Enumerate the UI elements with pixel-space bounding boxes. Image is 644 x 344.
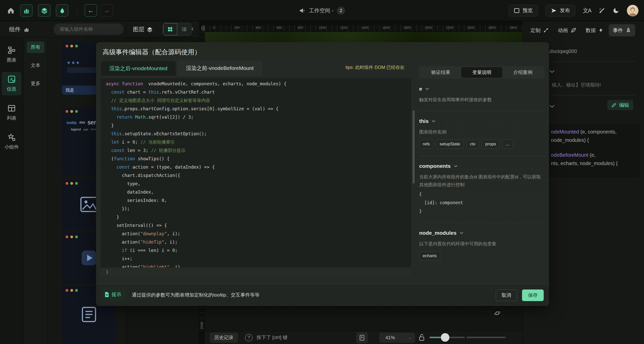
key-hint-text: 按下了 [ctrl] 键 — [257, 334, 287, 341]
divider — [547, 61, 636, 62]
rail-item-widgets[interactable]: 小组件 — [2, 130, 21, 153]
list-view-button[interactable] — [177, 23, 191, 35]
search-input[interactable] — [59, 26, 122, 32]
settings-tabs: 定制动画数据事件 — [523, 24, 639, 37]
big-screen-preview-strip — [205, 32, 523, 42]
doc-section-title[interactable]: e — [419, 86, 544, 92]
component-search[interactable] — [53, 23, 124, 35]
rail-item-label: 信息 — [7, 86, 16, 92]
doc-tag[interactable]: ctx — [467, 140, 479, 149]
save-button[interactable]: 保存 — [522, 289, 544, 301]
category-column: 所有文本更多 — [23, 37, 48, 344]
planet-button[interactable] — [492, 307, 503, 319]
zoom-slider[interactable] — [430, 337, 506, 338]
code-line: let i = 0; // 当前轮播索引 — [101, 138, 411, 146]
zoom-value: 41% — [385, 335, 395, 340]
magic-wand-icon[interactable] — [599, 7, 605, 14]
doc-section-title[interactable]: node_modules — [419, 230, 544, 236]
ruler-label: 800 — [298, 26, 303, 30]
ruler-label: 1000 — [319, 26, 326, 30]
undo-button[interactable]: ← — [85, 4, 97, 17]
cancel-button[interactable]: 取消 — [496, 289, 517, 301]
history-button[interactable]: 历史记录 — [210, 333, 238, 343]
unlock-icon[interactable] — [418, 334, 425, 341]
workspace-title: 工作空间 - — [309, 7, 333, 14]
code-line: action("hideTip", i); — [101, 238, 411, 246]
pencil-icon — [611, 102, 617, 108]
doc-tag[interactable]: setupState — [436, 140, 464, 149]
zoom-select[interactable]: 41%⌄ — [379, 333, 415, 343]
redo-button[interactable]: → — [101, 4, 113, 17]
grid-view-button[interactable] — [163, 23, 177, 35]
rail-item-info[interactable]: A信息 — [2, 72, 21, 95]
doc-section-title[interactable]: components — [419, 163, 544, 169]
ruler-label: 600 — [277, 26, 282, 30]
code-line: action("highlight", i) — [101, 263, 411, 268]
editor-scrollbar[interactable] — [413, 110, 415, 183]
doc-tag[interactable]: props — [482, 140, 500, 149]
doc-code: { [id]: component } — [419, 190, 544, 216]
ruler-label: 2800 — [509, 26, 517, 30]
code-line: } — [101, 121, 411, 130]
ruler-label: 2600 — [488, 26, 496, 30]
ruler-label: 0 — [213, 26, 215, 30]
bar-chart-icon — [23, 7, 30, 14]
category-所有[interactable]: 所有 — [27, 41, 44, 53]
code-line: this.setupState.vEchartsSetOption(); — [101, 130, 411, 138]
layers-icon — [41, 7, 48, 14]
zoom-slider-thumb[interactable] — [441, 333, 449, 342]
category-文本[interactable]: 文本 — [27, 60, 44, 71]
home-icon[interactable] — [7, 7, 15, 14]
lifecycle-tab[interactable]: 渲染之前-vnodeBeforeMount — [177, 61, 262, 76]
doc-section-title[interactable]: this — [419, 118, 544, 124]
minimap-icon — [359, 335, 365, 341]
doc-tabs: 验证结果变量说明介绍案例 — [419, 66, 544, 79]
code-line: const chart = this.refs.vChartRef.chart — [101, 88, 411, 96]
ruler-label: 1800 — [404, 26, 411, 30]
event-code-preview[interactable]: odeMounted (e, components,node_modules) … — [547, 124, 640, 178]
collapse-panel-icon[interactable]: ‹ — [191, 24, 194, 33]
edit-button[interactable]: 编辑 — [607, 100, 633, 110]
send-icon — [551, 8, 557, 13]
lifecycle-tab[interactable]: 渲染之后-vnodeMounted — [101, 61, 176, 76]
help-icon[interactable]: ? — [245, 334, 253, 341]
doc-tab[interactable]: 变量说明 — [461, 67, 502, 78]
chart-tool-button[interactable] — [20, 4, 33, 17]
doc-tag[interactable]: refs — [419, 140, 433, 149]
workspace-count-badge: 2 — [337, 7, 345, 15]
topbar-right: 预览 发布 文A — [509, 0, 638, 21]
settings-tab-定制[interactable]: 定制 — [526, 24, 553, 36]
dark-mode-moon-icon[interactable] — [613, 7, 619, 14]
doc-tab[interactable]: 介绍案例 — [502, 67, 543, 78]
rail-item-charts[interactable]: 图表 — [2, 43, 21, 66]
code-line: async function vnodeMounted(e, component… — [101, 80, 411, 88]
layers-tool-button[interactable] — [38, 4, 50, 17]
chevron-down-icon[interactable] — [549, 70, 555, 73]
brush-tool-button[interactable] — [56, 4, 68, 17]
settings-tab-动画[interactable]: 动画 — [554, 24, 580, 36]
doc-section-components: components当前大屏内所有组件的集合id 图表组件中的配置id，可以获取… — [419, 163, 544, 223]
chevron-down-icon[interactable] — [549, 104, 555, 108]
publish-button[interactable]: 发布 — [545, 5, 575, 16]
preview-button[interactable]: 预览 — [509, 5, 538, 16]
minimap-button[interactable] — [356, 332, 368, 343]
ruler-label: 1200 — [340, 26, 347, 30]
doc-tab[interactable]: 验证结果 — [420, 67, 461, 78]
doc-tag[interactable]: ... — [502, 140, 513, 149]
modal-tips-text: tips: 此时组件 DOM 已经存在 — [346, 64, 405, 70]
wordcloud-word: legend — [71, 127, 81, 131]
code-editor-tail: } — [101, 268, 411, 277]
hint-badge: 提示 — [101, 289, 125, 300]
settings-tab-数据[interactable]: 数据 — [581, 24, 608, 36]
language-icon[interactable]: 文A — [583, 7, 591, 14]
ruler-label: 200 — [234, 26, 240, 30]
code-line: dataIndex, — [101, 188, 411, 196]
doc-section-desc: 触发对应生命周期事件时接收的参数 — [419, 96, 544, 104]
layers-view-toggle — [163, 23, 192, 36]
category-更多[interactable]: 更多 — [27, 78, 44, 89]
rail-item-list[interactable]: 列表 — [2, 101, 21, 124]
settings-tab-事件[interactable]: 事件 — [609, 24, 635, 36]
doc-tag[interactable]: echarts — [419, 251, 440, 260]
avatar[interactable] — [627, 5, 638, 16]
code-editor[interactable]: async function vnodeMounted(e, component… — [101, 78, 411, 268]
